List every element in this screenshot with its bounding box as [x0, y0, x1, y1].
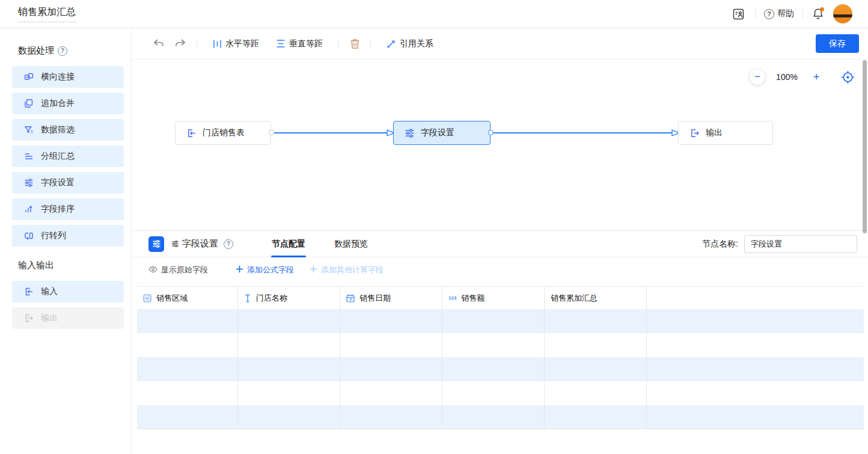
sidebar-item-data-filter[interactable]: 数据筛选: [12, 119, 124, 141]
avatar[interactable]: [833, 4, 852, 23]
tab-node-config[interactable]: 节点配置: [270, 231, 307, 257]
divider: [370, 38, 371, 49]
reference-relations-label: 引用关系: [400, 38, 433, 49]
sliders-mini-icon: [171, 240, 179, 248]
column-label: 销售区域: [156, 293, 188, 304]
vertical-spacing-icon: [276, 39, 286, 48]
join-icon: [24, 72, 34, 82]
sidebar-item-input[interactable]: 输入: [12, 281, 124, 302]
sidebar-item-label: 输入: [41, 286, 58, 297]
select-type-icon: [143, 294, 151, 302]
save-button[interactable]: 保存: [816, 34, 859, 53]
node-name-label: 节点名称:: [702, 239, 738, 250]
text-type-icon: [244, 294, 251, 302]
sidebar-item-label: 横向连接: [41, 72, 75, 82]
node-field-settings-output-port[interactable]: [488, 130, 494, 135]
zoom-controls: − 100% +: [750, 69, 855, 85]
node-source-output-port[interactable]: [269, 130, 274, 135]
column-header-sales-amount[interactable]: 123 销售额: [442, 287, 545, 309]
main-area: 水平等距 垂直等距: [132, 28, 868, 454]
panel-tabs: 节点配置 数据预览: [270, 231, 396, 257]
number-type-icon: 123: [448, 295, 456, 301]
zoom-in-button[interactable]: +: [808, 69, 824, 85]
node-label: 字段设置: [421, 127, 454, 138]
table-row[interactable]: [137, 309, 864, 333]
reference-relations-button[interactable]: 引用关系: [387, 38, 433, 49]
flow-canvas[interactable]: − 100% +: [132, 60, 868, 230]
panel-actions: 显示原始字段 添加公式字段 添加其他计算字段: [132, 257, 868, 283]
section-title: 输入输出: [18, 260, 54, 271]
table-body: [137, 309, 864, 429]
vertical-spacing-button[interactable]: 垂直等距: [276, 38, 323, 49]
help-icon: ?: [764, 9, 774, 19]
sidebar-item-label: 字段排序: [41, 204, 75, 215]
help-button[interactable]: ? 帮助: [764, 8, 794, 19]
sort-icon: [24, 204, 34, 214]
node-field-settings[interactable]: 字段设置: [393, 121, 491, 145]
delete-icon[interactable]: [346, 35, 363, 52]
node-source-table[interactable]: 门店销售表: [175, 121, 271, 145]
column-label: 销售累加汇总: [551, 293, 598, 304]
add-other-calc-field-button: 添加其他计算字段: [310, 265, 384, 275]
node-name-group: 节点名称:: [702, 235, 857, 253]
undo-icon[interactable]: [150, 35, 167, 52]
column-header-sales-date[interactable]: 销售日期: [340, 287, 442, 309]
notification-bell-icon[interactable]: [811, 7, 825, 20]
table-row[interactable]: [137, 357, 864, 381]
add-formula-field-button[interactable]: 添加公式字段: [236, 265, 294, 275]
append-icon: [24, 99, 34, 108]
redo-icon[interactable]: [173, 35, 189, 52]
app-header: 销售累加汇总 ? 帮助: [0, 0, 868, 28]
vertical-scrollbar[interactable]: [863, 60, 867, 233]
table-row[interactable]: [137, 333, 864, 357]
sidebar: 数据处理 ? 横向连接 追加合并: [0, 28, 132, 454]
sidebar-item-label: 输出: [41, 313, 58, 324]
sidebar-item-horizontal-join[interactable]: 横向连接: [12, 66, 124, 88]
table-row[interactable]: [137, 381, 864, 405]
fields-table: 销售区域 门店名称: [137, 286, 864, 429]
input-icon: [186, 128, 197, 138]
config-panel: 字段设置 ? 节点配置 数据预览 节点名称:: [132, 230, 868, 429]
sidebar-item-output: 输出: [12, 307, 124, 329]
edge-source-to-fieldsettings: [274, 129, 395, 137]
show-original-fields-button[interactable]: 显示原始字段: [148, 265, 208, 275]
sidebar-item-group-summary[interactable]: 分组汇总: [12, 146, 124, 167]
eye-icon: [148, 266, 157, 275]
group-summary-icon: [24, 152, 34, 161]
table-header-row: 销售区域 门店名称: [137, 286, 864, 309]
zoom-level: 100%: [765, 72, 808, 82]
plus-icon: [310, 265, 317, 275]
horizontal-spacing-button[interactable]: 水平等距: [213, 38, 259, 49]
input-icon: [24, 287, 34, 296]
node-name-input[interactable]: [744, 235, 857, 253]
sidebar-item-label: 追加合并: [41, 98, 75, 109]
show-original-fields-label: 显示原始字段: [161, 265, 208, 275]
sidebar-item-field-settings[interactable]: 字段设置: [12, 172, 124, 194]
zoom-out-button[interactable]: −: [750, 69, 765, 85]
column-header-sales-region[interactable]: 销售区域: [137, 287, 238, 309]
changelog-icon[interactable]: [730, 5, 747, 22]
sidebar-item-append-merge[interactable]: 追加合并: [12, 93, 124, 114]
filter-icon: [24, 125, 34, 135]
header-actions: ? 帮助: [730, 4, 852, 23]
table-row[interactable]: [137, 405, 864, 429]
sidebar-item-label: 数据筛选: [41, 124, 75, 135]
tab-data-preview[interactable]: 数据预览: [333, 231, 369, 257]
divider: [802, 9, 803, 19]
help-label: 帮助: [777, 8, 794, 19]
section-help-icon[interactable]: ?: [58, 46, 67, 56]
divider: [338, 38, 339, 49]
sidebar-section-data-processing: 数据处理 ?: [18, 45, 123, 57]
output-icon: [24, 313, 34, 323]
column-header-cumulative-sum[interactable]: 销售累加汇总: [545, 287, 647, 309]
section-title: 数据处理: [18, 45, 54, 57]
page-title[interactable]: 销售累加汇总: [18, 6, 76, 22]
node-output[interactable]: 输出: [678, 121, 773, 145]
transpose-icon: [24, 231, 34, 241]
sidebar-item-row-to-column[interactable]: 行转列: [12, 225, 124, 247]
panel-help-icon[interactable]: ?: [224, 239, 233, 249]
fit-view-icon[interactable]: [841, 70, 855, 84]
sidebar-item-field-sort[interactable]: 字段排序: [12, 198, 124, 220]
node-label: 输出: [706, 127, 723, 138]
column-header-store-name[interactable]: 门店名称: [238, 287, 340, 309]
